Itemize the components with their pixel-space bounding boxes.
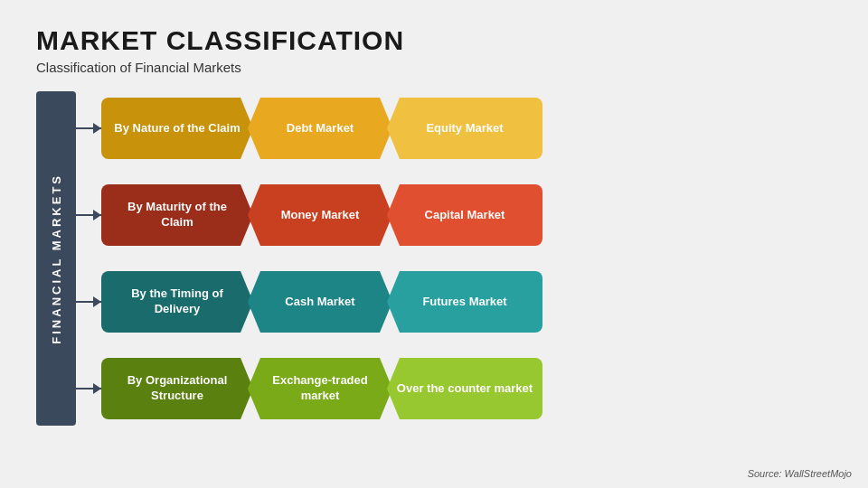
row-4: By Organizational Structure Exchange-tra… <box>76 352 832 426</box>
arrow-row2 <box>76 210 101 221</box>
page-title: MARKET CLASSIFICATION <box>36 25 832 56</box>
row-1: By Nature of the Claim Debt Market Equit… <box>76 91 832 165</box>
row-2: By Maturity of the Claim Money Market Ca… <box>76 178 832 252</box>
row4-box2: Exchange-traded market <box>248 358 392 419</box>
vertical-label-text: FINANCIAL MARKETS <box>50 174 63 344</box>
row3-box1: By the Timing of Delivery <box>101 271 253 333</box>
rows-container: By Nature of the Claim Debt Market Equit… <box>76 91 832 426</box>
row2-box1: By Maturity of the Claim <box>101 184 253 246</box>
row4-box1: By Organizational Structure <box>101 358 253 419</box>
arrow-row4 <box>76 383 101 394</box>
arrowhead-row1 <box>93 123 101 134</box>
row2-box3: Capital Market <box>387 184 542 246</box>
row1-box3: Equity Market <box>387 98 542 159</box>
arrowhead-row3 <box>93 296 101 307</box>
row3-box2: Cash Market <box>248 271 392 333</box>
row1-box2: Debt Market <box>248 98 392 159</box>
diagram-area: FINANCIAL MARKETS By Nature of the Claim… <box>36 91 832 426</box>
row2-box2: Money Market <box>248 184 392 246</box>
page-subtitle: Classification of Financial Markets <box>36 60 832 75</box>
arrowhead-row2 <box>93 210 101 221</box>
arrow-row3 <box>76 296 101 307</box>
arrow-row1 <box>76 123 101 134</box>
row-3: By the Timing of Delivery Cash Market Fu… <box>76 265 832 339</box>
row1-box1: By Nature of the Claim <box>101 98 253 159</box>
source-text: Source: WallStreetMojo <box>748 468 852 479</box>
vertical-label: FINANCIAL MARKETS <box>36 91 76 426</box>
row3-box3: Futures Market <box>387 271 542 333</box>
arrowhead-row4 <box>93 383 101 394</box>
slide: MARKET CLASSIFICATION Classification of … <box>0 0 868 488</box>
row4-box3: Over the counter market <box>387 358 542 419</box>
